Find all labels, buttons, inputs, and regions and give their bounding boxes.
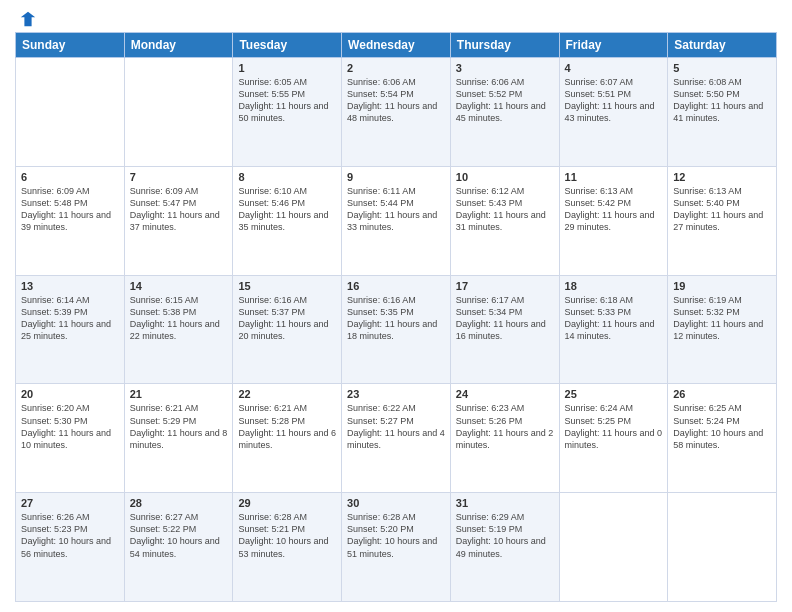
day-info: Sunrise: 6:15 AM Sunset: 5:38 PM Dayligh…: [130, 294, 228, 343]
day-of-week-header: Wednesday: [342, 33, 451, 58]
day-number: 16: [347, 280, 445, 292]
day-number: 19: [673, 280, 771, 292]
calendar-cell: 16Sunrise: 6:16 AM Sunset: 5:35 PM Dayli…: [342, 275, 451, 384]
calendar-week-row: 6Sunrise: 6:09 AM Sunset: 5:48 PM Daylig…: [16, 166, 777, 275]
day-number: 11: [565, 171, 663, 183]
day-info: Sunrise: 6:10 AM Sunset: 5:46 PM Dayligh…: [238, 185, 336, 234]
calendar-cell: 31Sunrise: 6:29 AM Sunset: 5:19 PM Dayli…: [450, 493, 559, 602]
day-of-week-header: Saturday: [668, 33, 777, 58]
calendar-cell: 4Sunrise: 6:07 AM Sunset: 5:51 PM Daylig…: [559, 58, 668, 167]
calendar-header-row: SundayMondayTuesdayWednesdayThursdayFrid…: [16, 33, 777, 58]
day-info: Sunrise: 6:13 AM Sunset: 5:40 PM Dayligh…: [673, 185, 771, 234]
day-number: 12: [673, 171, 771, 183]
page: SundayMondayTuesdayWednesdayThursdayFrid…: [0, 0, 792, 612]
day-info: Sunrise: 6:16 AM Sunset: 5:35 PM Dayligh…: [347, 294, 445, 343]
day-info: Sunrise: 6:09 AM Sunset: 5:47 PM Dayligh…: [130, 185, 228, 234]
day-info: Sunrise: 6:11 AM Sunset: 5:44 PM Dayligh…: [347, 185, 445, 234]
day-info: Sunrise: 6:18 AM Sunset: 5:33 PM Dayligh…: [565, 294, 663, 343]
calendar-cell: 15Sunrise: 6:16 AM Sunset: 5:37 PM Dayli…: [233, 275, 342, 384]
day-info: Sunrise: 6:06 AM Sunset: 5:52 PM Dayligh…: [456, 76, 554, 125]
day-number: 20: [21, 388, 119, 400]
day-number: 13: [21, 280, 119, 292]
calendar-cell: 20Sunrise: 6:20 AM Sunset: 5:30 PM Dayli…: [16, 384, 125, 493]
day-number: 7: [130, 171, 228, 183]
calendar-cell: [668, 493, 777, 602]
calendar-cell: 6Sunrise: 6:09 AM Sunset: 5:48 PM Daylig…: [16, 166, 125, 275]
day-number: 8: [238, 171, 336, 183]
day-number: 29: [238, 497, 336, 509]
day-info: Sunrise: 6:20 AM Sunset: 5:30 PM Dayligh…: [21, 402, 119, 451]
calendar-cell: 7Sunrise: 6:09 AM Sunset: 5:47 PM Daylig…: [124, 166, 233, 275]
calendar-table: SundayMondayTuesdayWednesdayThursdayFrid…: [15, 32, 777, 602]
calendar-week-row: 27Sunrise: 6:26 AM Sunset: 5:23 PM Dayli…: [16, 493, 777, 602]
day-info: Sunrise: 6:17 AM Sunset: 5:34 PM Dayligh…: [456, 294, 554, 343]
calendar-week-row: 20Sunrise: 6:20 AM Sunset: 5:30 PM Dayli…: [16, 384, 777, 493]
day-info: Sunrise: 6:24 AM Sunset: 5:25 PM Dayligh…: [565, 402, 663, 451]
calendar-cell: 5Sunrise: 6:08 AM Sunset: 5:50 PM Daylig…: [668, 58, 777, 167]
day-number: 4: [565, 62, 663, 74]
day-number: 25: [565, 388, 663, 400]
svg-marker-0: [21, 12, 35, 26]
calendar-cell: 10Sunrise: 6:12 AM Sunset: 5:43 PM Dayli…: [450, 166, 559, 275]
day-info: Sunrise: 6:21 AM Sunset: 5:28 PM Dayligh…: [238, 402, 336, 451]
day-info: Sunrise: 6:16 AM Sunset: 5:37 PM Dayligh…: [238, 294, 336, 343]
calendar-cell: 24Sunrise: 6:23 AM Sunset: 5:26 PM Dayli…: [450, 384, 559, 493]
day-info: Sunrise: 6:28 AM Sunset: 5:21 PM Dayligh…: [238, 511, 336, 560]
logo: [15, 10, 37, 24]
calendar-cell: 1Sunrise: 6:05 AM Sunset: 5:55 PM Daylig…: [233, 58, 342, 167]
day-of-week-header: Sunday: [16, 33, 125, 58]
day-number: 21: [130, 388, 228, 400]
calendar-cell: 22Sunrise: 6:21 AM Sunset: 5:28 PM Dayli…: [233, 384, 342, 493]
calendar-cell: [559, 493, 668, 602]
day-number: 23: [347, 388, 445, 400]
calendar-cell: 26Sunrise: 6:25 AM Sunset: 5:24 PM Dayli…: [668, 384, 777, 493]
calendar-cell: 14Sunrise: 6:15 AM Sunset: 5:38 PM Dayli…: [124, 275, 233, 384]
day-info: Sunrise: 6:12 AM Sunset: 5:43 PM Dayligh…: [456, 185, 554, 234]
calendar-cell: 25Sunrise: 6:24 AM Sunset: 5:25 PM Dayli…: [559, 384, 668, 493]
calendar-cell: 12Sunrise: 6:13 AM Sunset: 5:40 PM Dayli…: [668, 166, 777, 275]
calendar-cell: [124, 58, 233, 167]
calendar-cell: 29Sunrise: 6:28 AM Sunset: 5:21 PM Dayli…: [233, 493, 342, 602]
day-info: Sunrise: 6:06 AM Sunset: 5:54 PM Dayligh…: [347, 76, 445, 125]
day-number: 5: [673, 62, 771, 74]
calendar-cell: 13Sunrise: 6:14 AM Sunset: 5:39 PM Dayli…: [16, 275, 125, 384]
day-info: Sunrise: 6:08 AM Sunset: 5:50 PM Dayligh…: [673, 76, 771, 125]
day-number: 9: [347, 171, 445, 183]
day-of-week-header: Thursday: [450, 33, 559, 58]
day-number: 27: [21, 497, 119, 509]
day-number: 14: [130, 280, 228, 292]
calendar-cell: 19Sunrise: 6:19 AM Sunset: 5:32 PM Dayli…: [668, 275, 777, 384]
calendar-cell: 18Sunrise: 6:18 AM Sunset: 5:33 PM Dayli…: [559, 275, 668, 384]
calendar-cell: 17Sunrise: 6:17 AM Sunset: 5:34 PM Dayli…: [450, 275, 559, 384]
calendar-cell: 11Sunrise: 6:13 AM Sunset: 5:42 PM Dayli…: [559, 166, 668, 275]
day-number: 1: [238, 62, 336, 74]
day-of-week-header: Tuesday: [233, 33, 342, 58]
day-number: 31: [456, 497, 554, 509]
day-info: Sunrise: 6:23 AM Sunset: 5:26 PM Dayligh…: [456, 402, 554, 451]
calendar-cell: 30Sunrise: 6:28 AM Sunset: 5:20 PM Dayli…: [342, 493, 451, 602]
day-info: Sunrise: 6:13 AM Sunset: 5:42 PM Dayligh…: [565, 185, 663, 234]
logo-flag-icon: [19, 10, 37, 28]
calendar-cell: 27Sunrise: 6:26 AM Sunset: 5:23 PM Dayli…: [16, 493, 125, 602]
day-of-week-header: Monday: [124, 33, 233, 58]
day-number: 3: [456, 62, 554, 74]
calendar-cell: 23Sunrise: 6:22 AM Sunset: 5:27 PM Dayli…: [342, 384, 451, 493]
day-number: 30: [347, 497, 445, 509]
calendar-cell: [16, 58, 125, 167]
day-info: Sunrise: 6:22 AM Sunset: 5:27 PM Dayligh…: [347, 402, 445, 451]
day-info: Sunrise: 6:29 AM Sunset: 5:19 PM Dayligh…: [456, 511, 554, 560]
day-info: Sunrise: 6:05 AM Sunset: 5:55 PM Dayligh…: [238, 76, 336, 125]
day-info: Sunrise: 6:26 AM Sunset: 5:23 PM Dayligh…: [21, 511, 119, 560]
calendar-cell: 3Sunrise: 6:06 AM Sunset: 5:52 PM Daylig…: [450, 58, 559, 167]
day-info: Sunrise: 6:21 AM Sunset: 5:29 PM Dayligh…: [130, 402, 228, 451]
day-info: Sunrise: 6:07 AM Sunset: 5:51 PM Dayligh…: [565, 76, 663, 125]
day-number: 10: [456, 171, 554, 183]
header: [15, 10, 777, 24]
day-number: 26: [673, 388, 771, 400]
day-of-week-header: Friday: [559, 33, 668, 58]
calendar-cell: 21Sunrise: 6:21 AM Sunset: 5:29 PM Dayli…: [124, 384, 233, 493]
day-number: 28: [130, 497, 228, 509]
calendar-cell: 2Sunrise: 6:06 AM Sunset: 5:54 PM Daylig…: [342, 58, 451, 167]
day-number: 15: [238, 280, 336, 292]
calendar-body: 1Sunrise: 6:05 AM Sunset: 5:55 PM Daylig…: [16, 58, 777, 602]
